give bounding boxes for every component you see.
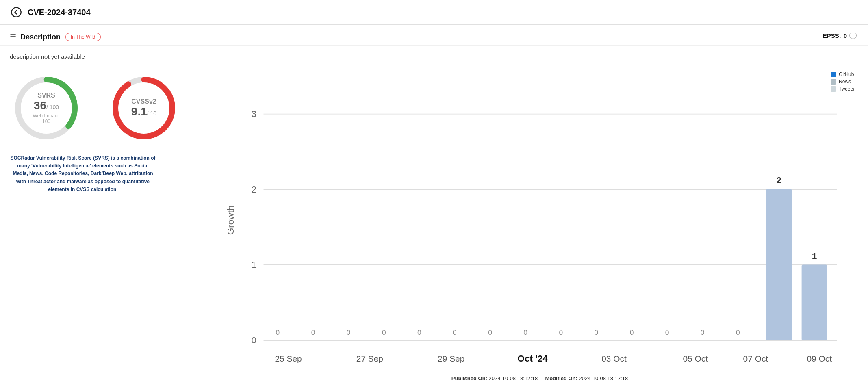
footer-dates: Published On: 2024-10-08 18:12:18 Modifi… bbox=[221, 375, 858, 381]
chart-legend: GitHub News Tweets bbox=[831, 72, 854, 92]
modified-value: 2024-10-08 18:12:18 bbox=[579, 375, 628, 381]
svrs-name: SVRS bbox=[28, 92, 65, 99]
description-icon: ☰ bbox=[10, 32, 16, 41]
published-label: Published On: bbox=[451, 375, 487, 381]
bar-chart-svg: Growth 0 1 2 3 25 Sep 27 Se bbox=[221, 72, 858, 369]
svg-text:09 Oct: 09 Oct bbox=[807, 354, 832, 363]
svg-text:0: 0 bbox=[701, 328, 705, 336]
left-panel: SVRS 36/ 100 Web Impact: 100 bbox=[10, 72, 205, 193]
svrs-sub: Web Impact: 100 bbox=[28, 113, 65, 124]
cvss-gauge: CVSSv2 9.1/ 10 bbox=[107, 72, 180, 145]
epss-label-text: EPSS: bbox=[823, 32, 841, 39]
epss-value: 0 bbox=[844, 32, 847, 39]
back-button[interactable] bbox=[10, 6, 23, 19]
svrs-description: SOCRadar Vulnerability Risk Score (SVRS)… bbox=[10, 154, 156, 193]
tweets-legend-dot bbox=[831, 86, 836, 92]
in-wild-badge[interactable]: In The Wild bbox=[65, 33, 100, 41]
svg-text:0: 0 bbox=[347, 328, 351, 336]
svrs-value: 36/ 100 bbox=[28, 99, 65, 112]
svg-text:29 Sep: 29 Sep bbox=[438, 354, 464, 363]
tweets-legend-label: Tweets bbox=[839, 86, 854, 92]
modified-label: Modified On: bbox=[545, 375, 577, 381]
epss-info-icon[interactable]: i bbox=[849, 32, 857, 39]
svg-text:Oct '24: Oct '24 bbox=[517, 353, 548, 364]
svg-text:0: 0 bbox=[488, 328, 492, 336]
svg-text:0: 0 bbox=[276, 328, 280, 336]
github-legend-dot bbox=[831, 72, 836, 77]
news-legend-dot bbox=[831, 79, 836, 84]
svg-text:1: 1 bbox=[812, 251, 817, 261]
section-title: Description bbox=[20, 33, 61, 41]
cvss-center: CVSSv2 9.1/ 10 bbox=[131, 98, 156, 118]
svg-text:2: 2 bbox=[252, 184, 257, 195]
svg-text:07 Oct: 07 Oct bbox=[743, 354, 768, 363]
svg-text:0: 0 bbox=[630, 328, 634, 336]
github-legend-label: GitHub bbox=[839, 72, 854, 77]
cvss-value: 9.1/ 10 bbox=[131, 105, 156, 118]
svg-text:0: 0 bbox=[595, 328, 599, 336]
section-header: ☰ Description In The Wild EPSS: 0 i bbox=[0, 25, 868, 46]
svrs-gauge: SVRS 36/ 100 Web Impact: 100 bbox=[10, 72, 83, 145]
published-value: 2024-10-08 18:12:18 bbox=[489, 375, 538, 381]
svg-text:0: 0 bbox=[453, 328, 457, 336]
page-title: CVE-2024-37404 bbox=[28, 8, 91, 17]
svg-text:1: 1 bbox=[252, 260, 257, 270]
svg-text:03 Oct: 03 Oct bbox=[601, 354, 627, 363]
svg-text:0: 0 bbox=[736, 328, 740, 336]
legend-news: News bbox=[831, 79, 854, 84]
y-axis-label: Growth bbox=[226, 205, 236, 235]
bar-2 bbox=[766, 189, 792, 340]
svg-text:05 Oct: 05 Oct bbox=[683, 354, 708, 363]
svg-text:0: 0 bbox=[311, 328, 315, 336]
cvss-name: CVSSv2 bbox=[131, 98, 156, 105]
legend-github: GitHub bbox=[831, 72, 854, 77]
svg-text:0: 0 bbox=[417, 328, 421, 336]
content-row: SVRS 36/ 100 Web Impact: 100 bbox=[10, 72, 858, 381]
svg-text:25 Sep: 25 Sep bbox=[275, 354, 302, 363]
svg-text:2: 2 bbox=[777, 175, 782, 185]
svg-point-0 bbox=[11, 7, 21, 17]
news-legend-label: News bbox=[839, 79, 851, 84]
epss-info: EPSS: 0 i bbox=[823, 32, 857, 39]
legend-tweets: Tweets bbox=[831, 86, 854, 92]
svg-text:0: 0 bbox=[559, 328, 563, 336]
svg-text:27 Sep: 27 Sep bbox=[356, 354, 383, 363]
bar-1 bbox=[802, 265, 827, 340]
description-text: description not yet available bbox=[10, 53, 858, 60]
svg-text:0: 0 bbox=[382, 328, 386, 336]
svg-text:3: 3 bbox=[252, 109, 257, 119]
main-content: description not yet available bbox=[0, 46, 868, 390]
chart-panel: GitHub News Tweets Growth bbox=[221, 72, 858, 381]
svg-text:0: 0 bbox=[665, 328, 669, 336]
gauges-row: SVRS 36/ 100 Web Impact: 100 bbox=[10, 72, 180, 145]
svrs-center: SVRS 36/ 100 Web Impact: 100 bbox=[28, 92, 65, 124]
svg-text:0: 0 bbox=[252, 335, 257, 345]
chart-wrap: GitHub News Tweets Growth bbox=[221, 72, 858, 369]
svg-text:0: 0 bbox=[523, 328, 527, 336]
